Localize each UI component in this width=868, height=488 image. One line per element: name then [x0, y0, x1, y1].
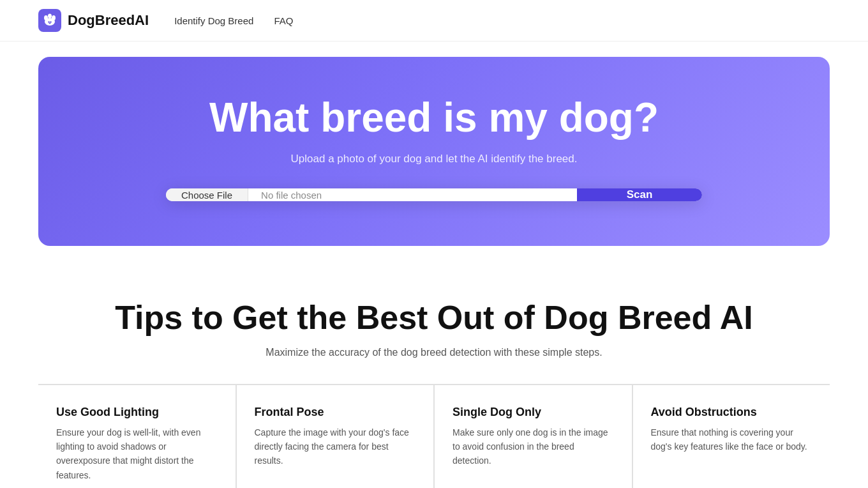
- tip-card-0: Use Good Lighting Ensure your dog is wel…: [38, 385, 237, 488]
- scan-button[interactable]: Scan: [577, 188, 702, 201]
- logo-text: DogBreedAI: [68, 12, 149, 29]
- svg-point-5: [48, 21, 49, 22]
- nav-faq-link[interactable]: FAQ: [274, 15, 293, 26]
- nav-links: Identify Dog Breed FAQ: [174, 15, 293, 26]
- tips-title: Tips to Get the Best Out of Dog Breed AI: [38, 300, 830, 336]
- hero-title: What breed is my dog?: [209, 95, 659, 140]
- tips-section: Tips to Get the Best Out of Dog Breed AI…: [0, 261, 868, 488]
- svg-point-6: [50, 21, 51, 22]
- logo-icon: [38, 9, 61, 32]
- svg-point-2: [44, 15, 48, 20]
- choose-file-button[interactable]: Choose File: [166, 188, 248, 201]
- file-upload-row: Choose File No file chosen Scan: [166, 188, 702, 201]
- svg-point-3: [52, 15, 56, 20]
- tip-card-3: Avoid Obstructions Ensure that nothing i…: [633, 385, 830, 488]
- logo-link[interactable]: DogBreedAI: [38, 9, 149, 32]
- tip-card-1: Frontal Pose Capture the image with your…: [237, 385, 435, 488]
- tips-subtitle: Maximize the accuracy of the dog breed d…: [38, 347, 830, 358]
- tip-card-text-1: Capture the image with your dog's face d…: [255, 425, 416, 468]
- hero-subtitle: Upload a photo of your dog and let the A…: [291, 153, 578, 165]
- tip-card-text-2: Make sure only one dog is in the image t…: [453, 425, 614, 468]
- svg-point-7: [49, 23, 51, 24]
- tips-cards: Use Good Lighting Ensure your dog is wel…: [38, 384, 830, 488]
- tip-card-title-2: Single Dog Only: [453, 406, 614, 419]
- tip-card-text-0: Ensure your dog is well-lit, with even l…: [56, 425, 218, 483]
- navbar: DogBreedAI Identify Dog Breed FAQ: [0, 0, 868, 42]
- nav-identify-link[interactable]: Identify Dog Breed: [174, 15, 253, 26]
- tip-card-title-1: Frontal Pose: [255, 406, 416, 419]
- hero-section: What breed is my dog? Upload a photo of …: [38, 57, 830, 246]
- tip-card-text-3: Ensure that nothing is covering your dog…: [651, 425, 812, 454]
- tip-card-title-0: Use Good Lighting: [56, 406, 218, 419]
- tip-card-2: Single Dog Only Make sure only one dog i…: [435, 385, 633, 488]
- file-name-display: No file chosen: [248, 188, 577, 201]
- tip-card-title-3: Avoid Obstructions: [651, 406, 812, 419]
- svg-point-4: [48, 14, 52, 19]
